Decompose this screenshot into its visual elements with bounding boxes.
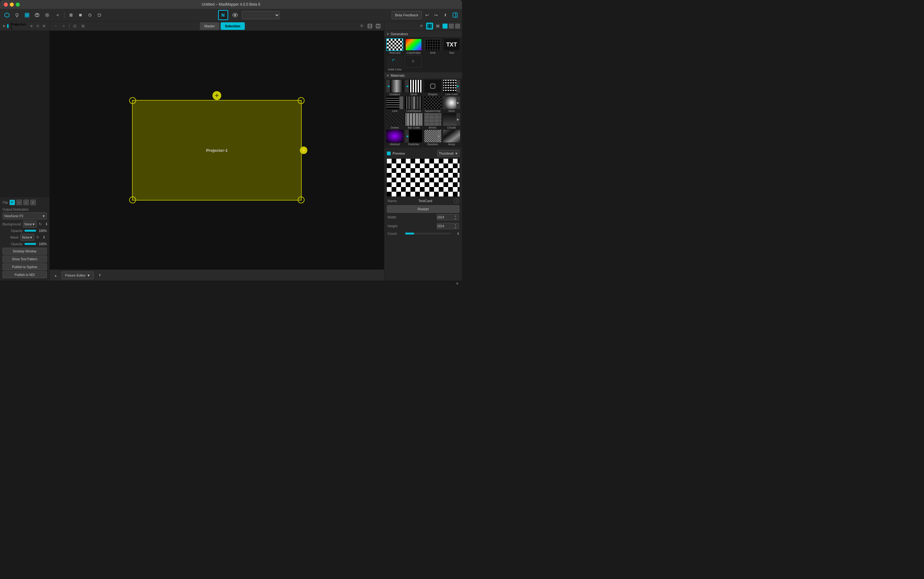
preview-mode-select[interactable]: Thumbnail ▼ xyxy=(437,150,459,157)
material-gradient[interactable]: ◀ Gradient xyxy=(385,80,404,96)
right-panel-grid-view-icon[interactable] xyxy=(426,23,433,29)
width-input[interactable]: 1024 ▲ ▼ xyxy=(437,214,459,220)
canvas-plus-button[interactable]: + xyxy=(60,23,67,29)
add-projector-button[interactable]: + xyxy=(3,23,5,29)
count-slider[interactable] xyxy=(405,232,451,234)
canvas-settings-icon[interactable]: ⚙ xyxy=(358,23,365,29)
move-handle[interactable]: ✛ xyxy=(212,91,221,100)
close-button[interactable] xyxy=(4,3,8,7)
corner-handle-tr[interactable] xyxy=(298,97,305,104)
material-particles[interactable]: ◀ Particles xyxy=(405,130,423,146)
view-toggle-blue[interactable] xyxy=(442,24,447,29)
material-abstract[interactable]: Abstract xyxy=(385,130,404,146)
right-panel-toggle-icon[interactable] xyxy=(451,11,459,20)
surface-action-handle[interactable]: ⚡ xyxy=(300,147,307,154)
background-refresh-icon[interactable]: ↻ xyxy=(38,221,43,227)
stop-button[interactable] xyxy=(77,11,85,19)
fit-layer-icon[interactable]: ⊡ xyxy=(35,23,41,29)
output-destination-select[interactable] xyxy=(242,11,280,19)
material-shapes[interactable]: Shapes xyxy=(424,80,442,96)
view-toggle-gray-1[interactable] xyxy=(449,24,454,29)
height-input[interactable]: 1024 ▲ ▼ xyxy=(437,223,459,229)
info-icon[interactable]: i xyxy=(454,198,459,203)
fixture-editor-button[interactable]: Fixture Editor ▼ xyxy=(62,272,94,279)
bulb-tool-icon[interactable] xyxy=(13,11,21,20)
expand-layer-icon[interactable]: ⊕ xyxy=(29,23,34,29)
cube-tool-icon[interactable] xyxy=(33,11,41,20)
maximize-button[interactable] xyxy=(16,3,20,7)
corner-handle-br[interactable] xyxy=(298,196,305,203)
background-select[interactable]: None ▼ xyxy=(23,221,37,227)
projector-surface[interactable]: Projector-1 ✛ ⚡ xyxy=(132,100,302,201)
width-stepper[interactable]: ▲ ▼ xyxy=(454,214,457,220)
output-dest-select[interactable]: ViewSonic PJ ▼ xyxy=(3,213,47,219)
tab-selection[interactable]: Selection xyxy=(220,22,245,30)
publish-syphon-button[interactable]: Publish to Syphon xyxy=(3,263,47,270)
minimize-button[interactable] xyxy=(10,3,14,7)
collapse-left-icon[interactable]: ◀ xyxy=(53,11,62,20)
gear-tool-icon[interactable] xyxy=(43,11,52,20)
canvas-panel-toggle-1[interactable] xyxy=(366,23,373,29)
material-clouds[interactable]: ▶ Clouds xyxy=(442,113,461,129)
material-line[interactable]: Line xyxy=(385,96,404,113)
redo-button[interactable]: ↪ xyxy=(432,11,440,19)
height-up-icon[interactable]: ▲ xyxy=(454,223,457,226)
hexagon-tool-icon[interactable] xyxy=(3,11,11,20)
mask-refresh-icon[interactable]: ↻ xyxy=(35,234,41,240)
pause-button[interactable] xyxy=(67,11,75,19)
height-stepper[interactable]: ▲ ▼ xyxy=(454,223,457,229)
export-button[interactable]: ⬆ xyxy=(441,11,449,19)
mask-download-icon[interactable]: ⬇ xyxy=(41,234,47,240)
flip-h-button[interactable]: ↔ xyxy=(16,200,22,205)
generator-text[interactable]: TXT Text xyxy=(442,38,461,54)
material-barcode[interactable]: Bar Code xyxy=(405,113,423,129)
record-button[interactable] xyxy=(86,11,94,19)
view-toggle-gray-2[interactable] xyxy=(455,24,460,29)
generators-section-header[interactable]: ▼ Generators xyxy=(384,31,462,37)
desktop-window-button[interactable]: Desktop Window xyxy=(3,248,47,255)
width-down-icon[interactable]: ▼ xyxy=(454,217,457,220)
right-panel-list-view-icon[interactable] xyxy=(434,23,441,29)
beta-feedback-button[interactable]: Beta Feedback xyxy=(392,11,422,19)
show-test-pattern-button[interactable]: Show Test Pattern xyxy=(3,255,47,262)
tab-master[interactable]: Master xyxy=(200,22,219,30)
corner-handle-bl[interactable] xyxy=(129,196,136,203)
grid-layer-icon[interactable]: ⊞ xyxy=(41,23,47,29)
material-noisy[interactable]: Noisy xyxy=(442,130,461,146)
add-generator-button[interactable]: + xyxy=(405,55,421,67)
mask-select[interactable]: None ▼ xyxy=(20,234,34,241)
material-linerepeat[interactable]: LineRepeat xyxy=(405,96,423,113)
canvas-fit-icon[interactable]: ⊡ xyxy=(71,23,78,29)
background-download-icon[interactable]: ⬇ xyxy=(44,221,49,227)
canvas-panel-toggle-2[interactable] xyxy=(375,23,382,29)
publish-ndi-button[interactable]: Publish to NDI xyxy=(3,271,47,278)
canvas-up-icon[interactable]: ▲ xyxy=(52,272,59,279)
material-random[interactable]: ▶ Random xyxy=(424,130,442,146)
preview-eye-icon[interactable] xyxy=(231,11,240,20)
undo-button[interactable]: ↩ xyxy=(423,11,431,19)
canvas-grid-icon[interactable]: ⊞ xyxy=(80,23,87,29)
loop-button[interactable] xyxy=(95,11,103,19)
flip-f-button[interactable]: F xyxy=(10,200,15,205)
generator-testcard[interactable]: TestCard xyxy=(385,38,404,54)
materials-section-header[interactable]: ▼ Materials xyxy=(384,72,462,79)
material-bricks[interactable]: Bricks xyxy=(424,113,442,129)
generator-grid[interactable]: Grid xyxy=(424,38,442,54)
generator-solid-color[interactable]: Solid Color xyxy=(385,55,404,71)
n-logo[interactable]: N xyxy=(218,10,228,20)
generator-colorpatter[interactable]: ColorPatter xyxy=(405,38,423,54)
flip-v-button[interactable]: ↕ xyxy=(23,200,29,205)
material-siren[interactable]: ▶ Siren xyxy=(442,96,461,113)
restart-button[interactable]: Restart xyxy=(387,205,459,213)
corner-handle-tl[interactable] xyxy=(129,97,136,104)
material-strob[interactable]: ◀ Strob xyxy=(405,80,423,96)
grid-tool-icon[interactable] xyxy=(23,11,31,20)
canvas-export-icon[interactable]: ⬆ xyxy=(96,272,103,279)
material-squarearray[interactable]: SquareArray xyxy=(424,96,442,113)
height-down-icon[interactable]: ▼ xyxy=(454,226,457,229)
flip-d-button[interactable]: ⤢ xyxy=(30,200,36,205)
canvas-minus-button[interactable]: − xyxy=(52,23,59,29)
material-dunes[interactable]: Dunes xyxy=(385,113,404,129)
material-lineanim[interactable]: ▶ Line Anim xyxy=(442,80,461,96)
mask-opacity-slider[interactable] xyxy=(24,243,36,245)
